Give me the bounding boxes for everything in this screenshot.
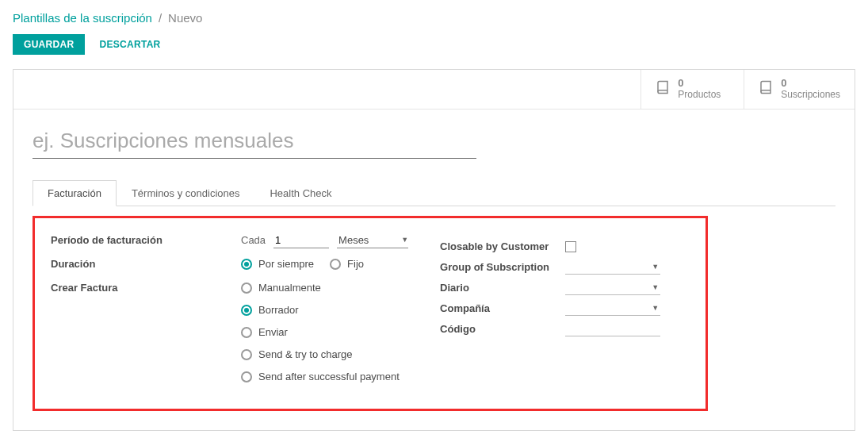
radio-label-send: Enviar xyxy=(258,326,288,338)
period-unit-value: Meses xyxy=(337,233,401,248)
radio-circle-icon xyxy=(241,259,252,270)
radio-label-manual: Manualmente xyxy=(258,282,321,294)
radio-circle-icon xyxy=(330,259,341,270)
closable-checkbox[interactable] xyxy=(565,241,576,252)
radio-invoice-send[interactable]: Enviar xyxy=(241,325,408,340)
radio-label-send-try: Send & try to charge xyxy=(258,348,353,360)
radio-invoice-send-after[interactable]: Send after successful payment xyxy=(241,369,408,385)
label-group: Group of Subscription xyxy=(440,261,557,273)
radio-duration-forever[interactable]: Por siempre xyxy=(241,256,314,272)
book-icon xyxy=(759,80,773,98)
stat-products[interactable]: 0 Productos xyxy=(640,70,744,109)
label-create-invoice: Crear Factura xyxy=(51,280,241,296)
journal-select[interactable]: ▼ xyxy=(565,281,660,295)
form-sheet: 0 Productos 0 Suscripciones Facturación … xyxy=(13,69,855,431)
label-company: Compañía xyxy=(440,302,557,314)
discard-button[interactable]: DESCARTAR xyxy=(91,34,168,55)
radio-circle-icon xyxy=(241,327,252,338)
radio-circle-icon xyxy=(241,349,252,360)
stat-subscriptions-label: Suscripciones xyxy=(781,90,840,101)
tab-terms[interactable]: Términos y condiciones xyxy=(117,180,255,206)
code-input[interactable] xyxy=(565,322,660,336)
label-journal: Diario xyxy=(440,282,557,294)
breadcrumb-current: Nuevo xyxy=(168,11,202,25)
radio-invoice-send-try[interactable]: Send & try to charge xyxy=(241,347,408,363)
period-unit-select[interactable]: Meses ▼ xyxy=(337,233,408,248)
tab-invoicing[interactable]: Facturación xyxy=(33,180,117,206)
radio-invoice-manual[interactable]: Manualmente xyxy=(241,280,408,296)
stat-buttons: 0 Productos 0 Suscripciones xyxy=(13,70,855,110)
stat-products-label: Productos xyxy=(678,90,721,101)
book-icon xyxy=(656,80,670,98)
radio-circle-icon xyxy=(241,282,252,294)
action-bar: GUARDAR DESCARTAR xyxy=(13,34,855,55)
company-select[interactable]: ▼ xyxy=(565,302,660,316)
radio-circle-icon xyxy=(241,305,252,316)
stat-products-value: 0 xyxy=(678,78,721,90)
save-button[interactable]: GUARDAR xyxy=(13,34,85,55)
label-each: Cada xyxy=(241,234,266,246)
breadcrumb-separator: / xyxy=(159,11,162,25)
stat-subscriptions-value: 0 xyxy=(781,78,840,90)
label-duration: Duración xyxy=(51,256,241,272)
stat-subscriptions[interactable]: 0 Suscripciones xyxy=(744,70,855,109)
radio-circle-icon xyxy=(241,371,252,382)
radio-label-send-after: Send after successful payment xyxy=(258,371,400,382)
tab-health-check[interactable]: Health Check xyxy=(254,180,346,206)
tab-bar: Facturación Términos y condiciones Healt… xyxy=(33,179,835,206)
template-name-input[interactable] xyxy=(33,125,476,159)
period-number-input[interactable] xyxy=(273,233,329,248)
caret-down-icon: ▼ xyxy=(652,263,659,271)
radio-duration-fixed[interactable]: Fijo xyxy=(330,256,364,272)
radio-label-draft: Borrador xyxy=(258,304,299,316)
group-select[interactable]: ▼ xyxy=(565,260,660,275)
label-code: Código xyxy=(440,323,557,335)
label-invoice-period: Período de facturación xyxy=(51,233,241,248)
radio-label-fixed: Fijo xyxy=(347,258,364,270)
radio-label-forever: Por siempre xyxy=(258,258,314,270)
breadcrumb: Plantillas de la suscripción / Nuevo xyxy=(13,11,855,25)
label-closable: Closable by Customer xyxy=(440,240,557,252)
caret-down-icon: ▼ xyxy=(401,236,408,244)
tab-content-invoicing: Período de facturación Duración Crear Fa… xyxy=(33,216,708,411)
radio-invoice-draft[interactable]: Borrador xyxy=(241,302,408,318)
breadcrumb-root[interactable]: Plantillas de la suscripción xyxy=(13,11,152,25)
caret-down-icon: ▼ xyxy=(652,304,659,312)
caret-down-icon: ▼ xyxy=(652,283,659,291)
